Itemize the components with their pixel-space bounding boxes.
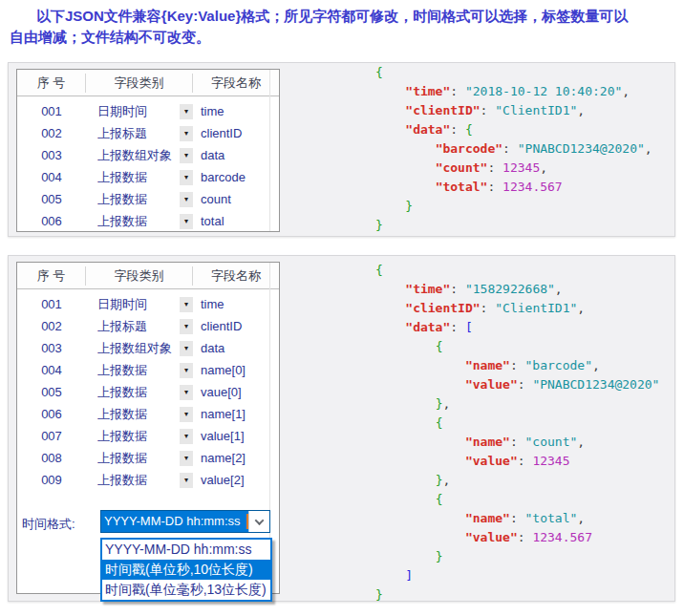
- table-row: 007上报数据▾value[1]: [17, 425, 279, 447]
- json-code-line: "value": 1234.567: [375, 528, 659, 547]
- json-code-line: "value": "PNABCD1234@2020": [375, 375, 659, 394]
- field-category-cell[interactable]: 上报数组对象▾: [86, 340, 193, 357]
- field-name-cell[interactable]: value[1]: [193, 429, 279, 443]
- category-dropdown-button[interactable]: ▾: [180, 297, 193, 312]
- row-number: 002: [17, 126, 86, 140]
- row-number: 002: [17, 319, 86, 333]
- category-dropdown-button[interactable]: ▾: [180, 214, 193, 229]
- row-number: 001: [17, 297, 86, 311]
- table-row: 006上报数据▾total: [17, 210, 279, 232]
- format-panel-namevalue: 序 号字段类别字段名称001日期时间▾time002上报标题▾clientID0…: [8, 255, 675, 602]
- row-number: 005: [17, 192, 86, 206]
- row-number: 005: [17, 385, 86, 399]
- field-category-cell[interactable]: 上报数组对象▾: [86, 147, 193, 164]
- field-category-cell[interactable]: 上报数据▾: [86, 362, 193, 379]
- category-dropdown-button[interactable]: ▾: [180, 192, 193, 207]
- field-category-cell[interactable]: 上报数据▾: [86, 213, 193, 230]
- field-name-cell[interactable]: barcode: [193, 170, 279, 184]
- category-dropdown-button[interactable]: ▾: [180, 407, 193, 422]
- row-number: 009: [17, 473, 86, 487]
- category-dropdown-button[interactable]: ▾: [180, 341, 193, 356]
- category-dropdown-button[interactable]: ▾: [180, 473, 193, 488]
- json-code-line: "clientID": "ClientID1",: [375, 299, 659, 318]
- category-dropdown-button[interactable]: ▾: [180, 104, 193, 119]
- json-code-line: "total": 1234.567: [375, 178, 652, 197]
- chevron-down-icon: [255, 516, 265, 525]
- field-category-cell[interactable]: 上报标题▾: [86, 318, 193, 335]
- table-body: 001日期时间▾time002上报标题▾clientID003上报数组对象▾da…: [17, 289, 279, 491]
- field-category-value: 上报标题: [97, 318, 147, 335]
- field-name-cell[interactable]: clientID: [193, 319, 279, 333]
- triangle-down-icon: ▾: [184, 151, 188, 159]
- row-number: 004: [17, 170, 86, 184]
- field-category-cell[interactable]: 日期时间▾: [86, 296, 193, 313]
- json-code-line: "name": "total",: [375, 509, 659, 528]
- triangle-down-icon: ▾: [184, 322, 188, 330]
- category-dropdown-button[interactable]: ▾: [180, 319, 193, 334]
- field-name-cell[interactable]: clientID: [193, 126, 279, 140]
- triangle-down-icon: ▾: [184, 173, 188, 181]
- field-name-cell[interactable]: vaue[0]: [193, 385, 279, 399]
- field-category-cell[interactable]: 上报数据▾: [86, 384, 193, 401]
- field-name-cell[interactable]: value[2]: [193, 473, 279, 487]
- row-number: 003: [17, 148, 86, 162]
- time-format-option[interactable]: YYYY-MM-DD hh:mm:ss: [102, 540, 270, 560]
- combobox-dropdown-button[interactable]: [248, 511, 269, 532]
- field-category-value: 上报数据: [97, 362, 147, 379]
- table-body: 001日期时间▾time002上报标题▾clientID003上报数组对象▾da…: [17, 96, 279, 232]
- field-name-cell[interactable]: count: [193, 192, 279, 206]
- title-line-2: 自由增减；文件结构不可改变。: [10, 27, 678, 48]
- time-format-option[interactable]: 时间戳(单位秒,10位长度): [102, 560, 270, 580]
- field-category-cell[interactable]: 日期时间▾: [86, 103, 193, 120]
- table-row: 002上报标题▾clientID: [17, 122, 279, 144]
- field-name-cell[interactable]: time: [193, 104, 279, 118]
- row-number: 001: [17, 104, 86, 118]
- title-line-1: 以下JSON文件兼容{Key:Value}格式；所见字符都可修改，时间格式可以选…: [10, 6, 678, 27]
- time-format-option[interactable]: 时间戳(单位毫秒,13位长度): [102, 580, 270, 600]
- json-code-line: }: [375, 585, 659, 605]
- field-category-value: 上报数组对象: [97, 340, 172, 357]
- field-name-cell[interactable]: data: [193, 341, 279, 355]
- table-row: 009上报数据▾value[2]: [17, 469, 279, 491]
- json-preview: { "time": "1582922668", "clientID": "Cli…: [375, 261, 659, 605]
- field-category-cell[interactable]: 上报数据▾: [86, 428, 193, 445]
- json-code-line: {: [375, 490, 659, 509]
- column-header: 字段名称: [193, 74, 279, 93]
- triangle-down-icon: ▾: [184, 432, 188, 440]
- category-dropdown-button[interactable]: ▾: [180, 385, 193, 400]
- category-dropdown-button[interactable]: ▾: [180, 170, 193, 185]
- field-category-value: 上报数据: [97, 384, 147, 401]
- json-code-line: }: [375, 197, 652, 216]
- table-row: 008上报数据▾name[2]: [17, 447, 279, 469]
- category-dropdown-button[interactable]: ▾: [180, 429, 193, 444]
- field-category-cell[interactable]: 上报数据▾: [86, 450, 193, 467]
- field-name-cell[interactable]: time: [193, 297, 279, 311]
- triangle-down-icon: ▾: [184, 344, 188, 352]
- field-name-cell[interactable]: name[0]: [193, 363, 279, 377]
- json-code-line: "time": "2018-10-12 10:40:20",: [375, 82, 652, 101]
- field-category-cell[interactable]: 上报数据▾: [86, 169, 193, 186]
- field-category-value: 上报数据: [97, 450, 147, 467]
- category-dropdown-button[interactable]: ▾: [180, 148, 193, 163]
- field-category-cell[interactable]: 上报标题▾: [86, 125, 193, 142]
- time-format-combobox[interactable]: YYYY-MM-DD hh:mm:ss: [100, 510, 270, 533]
- field-category-cell[interactable]: 上报数据▾: [86, 406, 193, 423]
- field-category-cell[interactable]: 上报数据▾: [86, 191, 193, 208]
- category-dropdown-button[interactable]: ▾: [180, 363, 193, 378]
- row-number: 006: [17, 407, 86, 421]
- json-code-line: "barcode": "PNABCD1234@2020",: [375, 139, 652, 159]
- field-category-value: 上报标题: [97, 125, 147, 142]
- category-dropdown-button[interactable]: ▾: [180, 126, 193, 141]
- triangle-down-icon: ▾: [184, 107, 188, 116]
- field-category-value: 日期时间: [97, 103, 147, 120]
- field-name-cell[interactable]: data: [193, 148, 279, 162]
- category-dropdown-button[interactable]: ▾: [180, 451, 193, 466]
- json-code-line: {: [375, 414, 659, 433]
- field-name-cell[interactable]: total: [193, 214, 279, 228]
- field-name-cell[interactable]: name[1]: [193, 407, 279, 421]
- field-category-cell[interactable]: 上报数据▾: [86, 472, 193, 489]
- json-code-line: "name": "count",: [375, 433, 659, 452]
- json-code-line: "clientID": "ClientID1",: [375, 101, 652, 120]
- json-code-line: {: [375, 337, 659, 356]
- field-name-cell[interactable]: name[2]: [193, 451, 279, 465]
